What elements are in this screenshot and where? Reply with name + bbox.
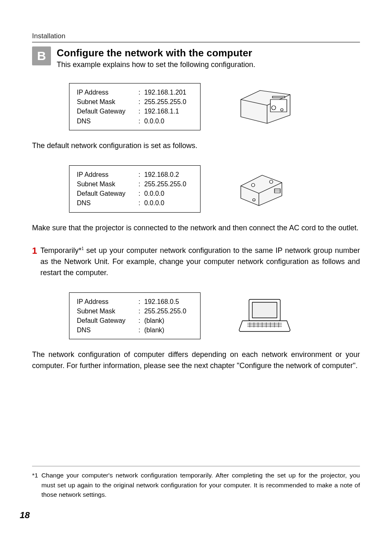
step-body: Temporarily*1 set up your computer netwo… — [40, 245, 360, 278]
config-box-2: IP Address:192.168.0.2 Subnet Mask:255.2… — [69, 165, 201, 213]
config-box-3: IP Address:192.168.0.5 Subnet Mask:255.2… — [69, 292, 201, 340]
step-lead: Temporarily* — [40, 246, 81, 255]
cfg-value: 255.255.255.0 — [144, 179, 186, 189]
cfg-value: 192.168.0.5 — [144, 297, 179, 306]
network-unit-illustration — [238, 170, 287, 207]
cfg-value: 192.168.0.2 — [144, 170, 179, 179]
svg-point-5 — [270, 180, 273, 183]
section-title: Configure the network with the computer — [57, 47, 360, 59]
config-box-1: IP Address:192.168.1.201 Subnet Mask:255… — [69, 83, 201, 130]
cfg-label: Default Gateway — [77, 316, 138, 325]
cfg-label: Default Gateway — [77, 107, 138, 116]
footnote-mark: *1 — [32, 470, 38, 499]
cfg-label: IP Address — [77, 88, 138, 97]
config-block-1: IP Address:192.168.1.201 Subnet Mask:255… — [69, 83, 360, 130]
default-config-text: The default network configuration is set… — [32, 140, 360, 151]
closing-text: The network configuration of computer di… — [32, 349, 360, 371]
cfg-label: Default Gateway — [77, 189, 138, 198]
cfg-value: 192.168.1.201 — [144, 88, 186, 97]
page-number: 18 — [20, 510, 30, 521]
cfg-value: 255.255.255.0 — [144, 306, 186, 316]
cfg-value: (blank) — [144, 316, 164, 325]
svg-point-6 — [253, 199, 255, 201]
section-subtitle: This example explains how to set the fol… — [57, 60, 360, 69]
cfg-value: 0.0.0.0 — [144, 198, 164, 208]
section-badge: B — [32, 46, 51, 65]
title-row: B Configure the network with the compute… — [32, 46, 360, 69]
cfg-label: DNS — [77, 116, 138, 126]
cfg-label: IP Address — [77, 297, 138, 306]
cfg-label: IP Address — [77, 170, 138, 179]
footnote-rule — [32, 466, 360, 466]
svg-rect-3 — [272, 96, 285, 98]
config-block-3: IP Address:192.168.0.5 Subnet Mask:255.2… — [69, 292, 360, 340]
footnote: *1 Change your computer's network config… — [32, 470, 360, 499]
cfg-label: DNS — [77, 198, 138, 208]
cfg-value: 255.255.255.0 — [144, 97, 186, 107]
svg-point-1 — [272, 106, 276, 110]
cfg-label: Subnet Mask — [77, 306, 138, 316]
cfg-value: (blank) — [144, 325, 164, 335]
cfg-label: Subnet Mask — [77, 179, 138, 189]
laptop-illustration — [238, 296, 291, 335]
cfg-value: 192.168.1.1 — [144, 107, 179, 116]
cfg-value: 0.0.0.0 — [144, 189, 164, 198]
footnote-text: Change your computer's network configura… — [42, 470, 360, 499]
cfg-label: Subnet Mask — [77, 97, 138, 107]
make-sure-text: Make sure that the projector is connecte… — [32, 222, 360, 234]
header-rule — [32, 42, 360, 42]
section-header: Installation — [32, 32, 360, 40]
svg-rect-8 — [252, 302, 277, 318]
cfg-value: 0.0.0.0 — [144, 116, 164, 126]
projector-illustration — [238, 87, 295, 126]
config-block-2: IP Address:192.168.0.2 Subnet Mask:255.2… — [69, 165, 360, 213]
svg-point-2 — [281, 109, 283, 111]
cfg-label: DNS — [77, 325, 138, 335]
step-1: 1 Temporarily*1 set up your computer net… — [32, 245, 360, 278]
step-number: 1 — [32, 245, 37, 278]
svg-point-4 — [251, 183, 255, 187]
